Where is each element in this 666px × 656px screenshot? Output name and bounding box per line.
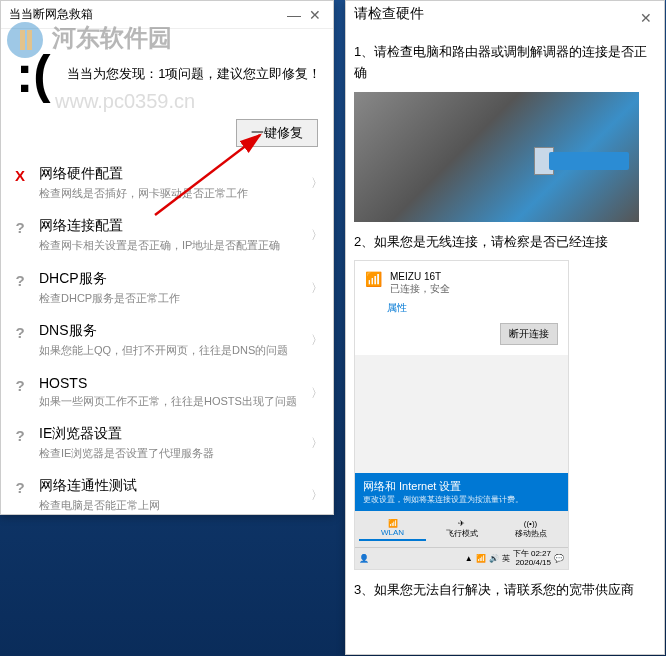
check-item[interactable]: ?IE浏览器设置检查IE浏览器是否设置了代理服务器〉 (11, 417, 323, 469)
diagnostic-list: X网络硬件配置检查网线是否插好，网卡驱动是否正常工作〉?网络连接配置检查网卡相关… (1, 157, 333, 522)
chevron-right-icon: 〉 (311, 227, 323, 244)
tab-airplane[interactable]: ✈飞行模式 (428, 517, 495, 541)
status-icon: ? (11, 427, 29, 444)
system-tray: 👤 ▲ 📶 🔊 英 下午 02:27 2020/4/15 💬 (355, 547, 568, 570)
status-icon: ? (11, 272, 29, 289)
check-item[interactable]: ?DHCP服务检查DHCP服务是否正常工作〉 (11, 262, 323, 314)
summary-text: 当当为您发现：1项问题，建议您立即修复！ (66, 64, 323, 85)
check-title: 网络连通性测试 (39, 477, 301, 495)
chevron-right-icon: 〉 (311, 435, 323, 452)
wifi-panel-screenshot: 📶 MEIZU 16T 已连接，安全 属性 断开连接 网络和 Internet … (354, 260, 569, 570)
window-title: 当当断网急救箱 (9, 6, 93, 23)
status-icon: ? (11, 479, 29, 496)
check-title: DNS服务 (39, 322, 301, 340)
close-help-icon[interactable]: ✕ (636, 10, 656, 26)
tray-notifications-icon: 💬 (554, 554, 564, 563)
tray-wifi-icon: 📶 (476, 554, 486, 563)
step-2: 2、如果您是无线连接，请检察是否已经连接 (354, 232, 656, 253)
ethernet-photo (354, 92, 639, 222)
chevron-right-icon: 〉 (311, 487, 323, 504)
check-item[interactable]: ?HOSTS如果一些网页工作不正常，往往是HOSTS出现了问题〉 (11, 367, 323, 417)
check-title: 网络硬件配置 (39, 165, 301, 183)
step-1: 1、请检查电脑和路由器或调制解调器的连接是否正确 (354, 42, 656, 84)
tray-icon: ▲ (465, 554, 473, 563)
check-title: HOSTS (39, 375, 301, 391)
check-item[interactable]: X网络硬件配置检查网线是否插好，网卡驱动是否正常工作〉 (11, 157, 323, 209)
tab-wlan[interactable]: 📶WLAN (359, 517, 426, 541)
check-desc: 检查电脑是否能正常上网 (39, 498, 301, 513)
check-desc: 如果您能上QQ，但打不开网页，往往是DNS的问题 (39, 343, 301, 358)
check-title: 网络连接配置 (39, 217, 301, 235)
check-desc: 检查网卡相关设置是否正确，IP地址是否配置正确 (39, 238, 301, 253)
tray-ime-icon: 英 (502, 553, 510, 564)
status-icon: ? (11, 377, 29, 394)
tab-hotspot[interactable]: ((•))移动热点 (497, 517, 564, 541)
chevron-right-icon: 〉 (311, 280, 323, 297)
tray-people-icon: 👤 (359, 554, 369, 563)
status-icon: X (11, 167, 29, 184)
wifi-properties-link[interactable]: 属性 (387, 301, 558, 315)
close-icon[interactable]: ✕ (305, 7, 325, 23)
minimize-button[interactable]: — (283, 7, 305, 23)
diagnostic-window: 当当断网急救箱 — ✕ :( 当当为您发现：1项问题，建议您立即修复！ 一键修复… (0, 0, 334, 515)
chevron-right-icon: 〉 (311, 332, 323, 349)
check-item[interactable]: ?网络连通性测试检查电脑是否能正常上网〉 (11, 469, 323, 521)
check-item[interactable]: ?DNS服务如果您能上QQ，但打不开网页，往往是DNS的问题〉 (11, 314, 323, 366)
one-click-fix-button[interactable]: 一键修复 (236, 119, 318, 147)
check-desc: 检查网线是否插好，网卡驱动是否正常工作 (39, 186, 301, 201)
wifi-ssid: MEIZU 16T (390, 271, 450, 282)
chevron-right-icon: 〉 (311, 175, 323, 192)
network-settings-link[interactable]: 网络和 Internet 设置 更改设置，例如将某连接设置为按流量计费。 (355, 473, 568, 511)
check-title: DHCP服务 (39, 270, 301, 288)
status-icon: ? (11, 219, 29, 236)
titlebar: 当当断网急救箱 — ✕ (1, 1, 333, 29)
wifi-icon: 📶 (365, 271, 382, 287)
check-title: IE浏览器设置 (39, 425, 301, 443)
check-desc: 检查DHCP服务是否正常工作 (39, 291, 301, 306)
check-desc: 检查IE浏览器是否设置了代理服务器 (39, 446, 301, 461)
tray-sound-icon: 🔊 (489, 554, 499, 563)
wifi-disconnect-button[interactable]: 断开连接 (500, 323, 558, 345)
chevron-right-icon: 〉 (311, 385, 323, 402)
network-tabs: 📶WLAN ✈飞行模式 ((•))移动热点 (355, 511, 568, 547)
sad-face-icon: :( (16, 44, 51, 104)
tray-date: 2020/4/15 (513, 559, 551, 568)
check-item[interactable]: ?网络连接配置检查网卡相关设置是否正确，IP地址是否配置正确〉 (11, 209, 323, 261)
step-3: 3、如果您无法自行解决，请联系您的宽带供应商 (354, 580, 656, 601)
wifi-status: 已连接，安全 (390, 282, 450, 296)
help-title: 请检查硬件 (354, 5, 424, 23)
help-panel: 请检查硬件 ✕ 1、请检查电脑和路由器或调制解调器的连接是否正确 2、如果您是无… (345, 0, 665, 655)
check-desc: 如果一些网页工作不正常，往往是HOSTS出现了问题 (39, 394, 301, 409)
status-icon: ? (11, 324, 29, 341)
